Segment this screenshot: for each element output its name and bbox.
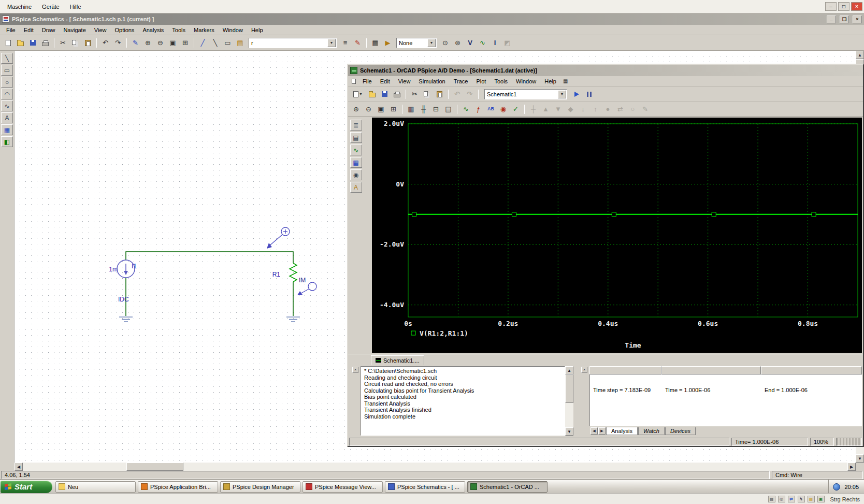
orcad-menu-window[interactable]: Window bbox=[512, 77, 540, 86]
vm-minimize-button[interactable]: – bbox=[825, 2, 837, 11]
cursor-min-button[interactable]: ↓ bbox=[577, 104, 589, 115]
output-scrollbar[interactable]: ▲ ▼ bbox=[565, 366, 573, 436]
watch-view-button[interactable]: ◉ bbox=[350, 169, 362, 180]
draw-polyline-button[interactable]: ∿ bbox=[1, 100, 13, 111]
taskbar-button-neu[interactable]: Neu bbox=[55, 481, 136, 493]
draw-box-button[interactable]: ▭ bbox=[1, 65, 13, 76]
display-status-icon[interactable]: ▣ bbox=[817, 496, 825, 502]
save-button[interactable] bbox=[27, 37, 39, 49]
menu-tools[interactable]: Tools bbox=[168, 25, 190, 35]
save-button[interactable] bbox=[379, 89, 391, 100]
copy-button[interactable] bbox=[421, 89, 433, 100]
chevron-down-icon[interactable]: ▼ bbox=[558, 90, 566, 98]
toggle-cursor-button[interactable]: ┼ bbox=[527, 104, 539, 115]
setup-analysis-button[interactable]: ▦ bbox=[369, 37, 381, 49]
vm-close-button[interactable]: × bbox=[851, 2, 862, 11]
orcad-menu-tools[interactable]: Tools bbox=[490, 77, 512, 86]
menu-options[interactable]: Options bbox=[110, 25, 138, 35]
zoom-fit-button[interactable]: ⊞ bbox=[387, 104, 399, 115]
schematics-titlebar[interactable]: PSpice Schematics - [ Schematic1.sch p.1… bbox=[0, 13, 864, 25]
draw-wire-button[interactable]: ✎ bbox=[129, 37, 141, 49]
new-file-button[interactable] bbox=[2, 37, 14, 49]
taskbar-button-design-manager[interactable]: PSpice Design Manager bbox=[220, 481, 300, 493]
hdd-status-icon[interactable]: ▤ bbox=[768, 496, 775, 502]
start-button[interactable]: Start bbox=[1, 481, 52, 493]
docking-button[interactable]: ▦ bbox=[560, 77, 571, 85]
paste-button[interactable] bbox=[434, 89, 445, 100]
vm-menu-geraete[interactable]: Geräte bbox=[37, 2, 65, 12]
print-button[interactable] bbox=[39, 37, 51, 49]
vm-menu-hilfe[interactable]: Hilfe bbox=[65, 2, 87, 12]
cursor-max-button[interactable]: ↑ bbox=[589, 104, 601, 115]
digital-size-button[interactable]: ▤ bbox=[442, 104, 454, 115]
menu-view[interactable]: View bbox=[90, 25, 111, 35]
taskbar-button-schematics[interactable]: PSpice Schematics - [ ... bbox=[385, 481, 465, 493]
orcad-menu-edit[interactable]: Edit bbox=[376, 77, 394, 86]
undo-button[interactable]: ↶ bbox=[99, 37, 111, 49]
add-plot-button[interactable]: ⊟ bbox=[430, 104, 442, 115]
cursor-search-button[interactable]: ⇄ bbox=[614, 104, 626, 115]
insert-picture-button[interactable]: ▦ bbox=[1, 124, 13, 135]
vm-restore-button[interactable]: □ bbox=[838, 2, 849, 11]
tab-analysis[interactable]: Analysis bbox=[606, 427, 638, 435]
tab-scroll-left-button[interactable]: ◀ bbox=[591, 427, 598, 435]
add-function-button[interactable]: ƒ bbox=[472, 104, 484, 115]
zoom-page-button[interactable]: ⊞ bbox=[179, 37, 191, 49]
paste-button[interactable] bbox=[82, 37, 94, 49]
zoom-out-button[interactable]: ⊖ bbox=[363, 104, 375, 115]
cursor-next-button[interactable]: ○ bbox=[627, 104, 639, 115]
bus-tool-button[interactable]: ╲ bbox=[209, 37, 221, 49]
menu-analysis[interactable]: Analysis bbox=[138, 25, 168, 35]
ground-symbol[interactable] bbox=[119, 317, 300, 322]
scrollbar-track[interactable] bbox=[183, 463, 847, 471]
simulation-output-panel[interactable]: * C:\Dateien\Schematic1.sch Reading and … bbox=[361, 366, 565, 436]
simulation-queue-button[interactable]: ▦ bbox=[350, 157, 362, 168]
cursor-point-button[interactable]: ● bbox=[602, 104, 614, 115]
scrollbar-thumb[interactable] bbox=[126, 463, 183, 471]
close-status-panel-button[interactable]: × bbox=[581, 367, 587, 373]
tab-scroll-right-button[interactable]: ▶ bbox=[598, 427, 606, 435]
chevron-down-icon[interactable]: ▼ bbox=[427, 39, 436, 47]
zoom-in-button[interactable]: ⊕ bbox=[142, 37, 154, 49]
menu-markers[interactable]: Markers bbox=[190, 25, 219, 35]
plot-tab[interactable]: Schematic1.... bbox=[371, 355, 424, 365]
orcad-titlebar[interactable]: Schematic1 - OrCAD PSpice A/D Demo - [Sc… bbox=[348, 65, 863, 76]
part-combo[interactable]: r ▼ bbox=[249, 38, 337, 48]
taskbar-button-pspice-app[interactable]: PSpice Application Bri... bbox=[138, 481, 218, 493]
scroll-down-button[interactable]: ▼ bbox=[565, 427, 573, 436]
menu-draw[interactable]: Draw bbox=[38, 25, 60, 35]
copy-button[interactable] bbox=[69, 37, 81, 49]
wire-tool-button[interactable]: ╱ bbox=[197, 37, 209, 49]
open-file-button[interactable] bbox=[366, 89, 378, 100]
cursor-trough-button[interactable]: ▼ bbox=[552, 104, 564, 115]
scroll-right-button[interactable]: ▶ bbox=[847, 463, 856, 471]
open-file-button[interactable] bbox=[15, 37, 26, 49]
get-new-part-button[interactable]: ▤ bbox=[234, 37, 246, 49]
orcad-menu-view[interactable]: View bbox=[394, 77, 415, 86]
pause-simulation-button[interactable] bbox=[583, 89, 595, 100]
mark-data-points-button[interactable]: ◉ bbox=[497, 104, 509, 115]
waveform-plot[interactable]: 2.0uV0V-2.0uV-4.0uV0s0.2us0.4us0.6us0.8u… bbox=[372, 118, 862, 353]
chevron-down-icon[interactable]: ▼ bbox=[327, 39, 336, 47]
scroll-left-button[interactable]: ◀ bbox=[15, 463, 23, 471]
annotation-button[interactable]: ◧ bbox=[1, 136, 13, 147]
simulation-results-button[interactable]: ∿ bbox=[350, 145, 362, 155]
mark-label-button[interactable]: ✎ bbox=[639, 104, 651, 115]
run-simulation-button[interactable] bbox=[571, 89, 583, 100]
bias-current-toggle-button[interactable]: ⊚ bbox=[452, 37, 464, 49]
scroll-up-button[interactable]: ▲ bbox=[856, 51, 864, 59]
print-button[interactable] bbox=[391, 89, 403, 100]
scrollbar-track[interactable] bbox=[23, 463, 126, 471]
orcad-menu-plot[interactable]: Plot bbox=[472, 77, 490, 86]
zoom-area-button[interactable]: ▣ bbox=[167, 37, 179, 49]
usb-status-icon[interactable]: ↯ bbox=[798, 496, 805, 502]
menu-edit[interactable]: Edit bbox=[20, 25, 38, 35]
column-header[interactable] bbox=[661, 366, 761, 375]
current-marker-probe[interactable] bbox=[297, 282, 316, 295]
new-simulation-button[interactable]: ▼ bbox=[350, 89, 366, 100]
orcad-menu-help[interactable]: Help bbox=[540, 77, 560, 86]
taskbar-button-orcad[interactable]: Schematic1 - OrCAD ... bbox=[467, 481, 548, 493]
eval-goal-button[interactable]: ✓ bbox=[510, 104, 522, 115]
cursor-slope-button[interactable]: ◆ bbox=[565, 104, 577, 115]
edit-symbol-button[interactable]: ✎ bbox=[352, 37, 364, 49]
